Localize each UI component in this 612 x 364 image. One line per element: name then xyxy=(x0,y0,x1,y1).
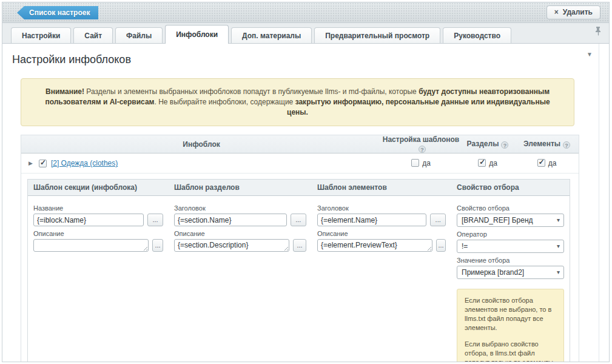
help-icon[interactable]: ? xyxy=(419,146,426,153)
help-icon[interactable]: ? xyxy=(563,141,570,149)
templates-detail-panel: Шаблон секции (инфоблока) Шаблон раздело… xyxy=(27,179,570,362)
filter-value-select[interactable]: Примерка [brand2] ▾ xyxy=(457,266,564,279)
element-preview-template-textarea[interactable]: {=element.PreviewText} xyxy=(317,239,432,252)
filter-property-column: Свойство отбора [BRAND_REF] Бренд ▾ Опер… xyxy=(451,198,570,362)
operator-label: Оператор xyxy=(457,231,564,238)
settings-window: Список настроек ×Удалить Настройки Сайт … xyxy=(2,2,610,362)
table-row-clothes: ▶ ✓ [2] Одежда (clothes) да ✓да ✓да xyxy=(21,153,579,174)
filter-note-box: Если свойство отбора элементов не выбран… xyxy=(457,289,564,362)
delete-button-label: Удалить xyxy=(563,8,593,16)
operator-select[interactable]: != ▾ xyxy=(457,240,564,253)
filter-value-value: Примерка [brand2] xyxy=(462,268,524,277)
tab-dop-materialy[interactable]: Доп. материалы xyxy=(231,27,312,43)
checkmark-icon: ✓ xyxy=(40,158,46,167)
elements-yes-label: да xyxy=(548,159,557,167)
page-title: Настройки инфоблоков xyxy=(12,53,590,66)
filter-property-label: Свойство отбора xyxy=(457,204,564,212)
tab-content-infoblocks: Настройки инфоблоков ▼ Внимание! Разделы… xyxy=(2,44,599,362)
elements-template-column: Заголовок ... Описание {=element.Preview… xyxy=(312,198,451,362)
column-header-templates: Настройка шаблонов? xyxy=(382,135,460,153)
pin-icon[interactable] xyxy=(595,27,602,38)
section-description-more-button[interactable]: ... xyxy=(293,239,306,252)
column-header-iblock: Инфоблок xyxy=(21,140,382,149)
element-name-more-button[interactable]: ... xyxy=(430,214,446,226)
cell-templates-yes: да xyxy=(382,159,460,167)
close-icon: × xyxy=(554,8,559,16)
detail-header-sections-template: Шаблон разделов xyxy=(169,183,312,192)
warning-text-1: Разделы и элементы выбранных инфоблоков … xyxy=(84,87,419,96)
filter-property-select[interactable]: [BRAND_REF] Бренд ▾ xyxy=(457,214,564,227)
elements-checkbox[interactable]: ✓ xyxy=(537,159,545,167)
checkmark-icon: ✓ xyxy=(539,158,545,166)
tab-sayt[interactable]: Сайт xyxy=(73,27,113,43)
tab-strip: Настройки Сайт Файлы Инфоблоки Доп. мате… xyxy=(2,23,609,44)
element-preview-more-button[interactable]: ... xyxy=(436,239,446,252)
sections-yes-label: да xyxy=(489,159,497,167)
section-description-template-textarea[interactable]: {=section.Description} xyxy=(174,239,289,252)
tab-rukovodstvo[interactable]: Руководство xyxy=(443,27,511,43)
detail-header-filter-property: Свойство отбора xyxy=(451,183,570,192)
column-header-elements: Элементы? xyxy=(515,140,579,149)
top-toolbar: Список настроек ×Удалить xyxy=(2,2,609,23)
sections-checkbox[interactable]: ✓ xyxy=(478,159,486,167)
tab-nastroyki[interactable]: Настройки xyxy=(11,27,71,43)
filter-property-value: [BRAND_REF] Бренд xyxy=(462,216,533,224)
section-template-column: Название ... Описание ... xyxy=(28,198,169,362)
warning-bold-2: закрытую информацию, персональные данные… xyxy=(287,98,550,116)
cell-sections-yes: ✓да xyxy=(460,159,515,167)
help-icon[interactable]: ? xyxy=(501,141,508,149)
detail-header-elements-template: Шаблон элементов xyxy=(312,183,451,192)
templates-yes-label: да xyxy=(422,159,431,167)
warning-banner: Внимание! Разделы и элементы выбранных и… xyxy=(21,78,574,126)
iblock-name-template-input[interactable] xyxy=(33,214,144,226)
detail-panel-body: Название ... Описание ... xyxy=(28,196,570,362)
description-field-label: Описание xyxy=(33,230,163,237)
title-field-label: Заголовок xyxy=(317,204,446,212)
title-field-label: Заголовок xyxy=(174,204,306,212)
description-field-label: Описание xyxy=(317,230,446,237)
chevron-down-icon: ▾ xyxy=(557,240,560,252)
tab-infobloki[interactable]: Инфоблоки xyxy=(165,25,229,44)
sections-template-column: Заголовок ... Описание {=section.Descrip… xyxy=(169,198,312,362)
collapse-section-icon[interactable]: ▼ xyxy=(587,51,593,58)
operator-value: != xyxy=(462,242,468,251)
description-template-more-button[interactable]: ... xyxy=(152,239,163,252)
detail-panel-header: Шаблон секции (инфоблока) Шаблон раздело… xyxy=(28,180,570,196)
back-to-settings-list-button[interactable]: Список настроек xyxy=(17,6,98,19)
element-name-template-input[interactable] xyxy=(317,214,426,226)
section-name-more-button[interactable]: ... xyxy=(291,214,306,226)
templates-checkbox[interactable] xyxy=(411,159,419,167)
warning-text-2: . Не выбирайте инфоблоки, содержащие xyxy=(154,98,295,106)
filter-note-paragraph-2: Если выбрано свойство отбора, в llms.txt… xyxy=(465,340,556,362)
tab-fayly[interactable]: Файлы xyxy=(115,27,163,43)
row-checkbox[interactable]: ✓ xyxy=(39,160,47,167)
chevron-down-icon: ▾ xyxy=(557,214,560,226)
filter-note-paragraph-1: Если свойство отбора элементов не выбран… xyxy=(465,296,556,332)
name-template-more-button[interactable]: ... xyxy=(147,214,163,226)
cell-elements-yes: ✓да xyxy=(515,159,579,167)
iblock-table-header: Инфоблок Настройка шаблонов? Разделы? Эл… xyxy=(21,135,579,153)
checkmark-icon: ✓ xyxy=(479,158,485,166)
iblock-link-clothes[interactable]: [2] Одежда (clothes) xyxy=(51,159,118,167)
iblock-description-template-textarea[interactable] xyxy=(33,239,149,252)
warning-attention: Внимание! xyxy=(45,87,84,96)
iblock-table: Инфоблок Настройка шаблонов? Разделы? Эл… xyxy=(21,135,579,362)
column-header-sections: Разделы? xyxy=(460,140,515,149)
section-name-template-input[interactable] xyxy=(174,214,287,226)
delete-button[interactable]: ×Удалить xyxy=(546,5,600,19)
chevron-down-icon: ▾ xyxy=(557,266,560,278)
row-detail-wrapper: Шаблон секции (инфоблока) Шаблон раздело… xyxy=(21,174,579,362)
filter-value-label: Значение отбора xyxy=(457,257,564,264)
description-field-label: Описание xyxy=(174,230,306,237)
expand-row-icon[interactable]: ▶ xyxy=(29,160,33,166)
detail-header-section-template: Шаблон секции (инфоблока) xyxy=(28,183,169,192)
name-field-label: Название xyxy=(33,204,163,212)
tab-predprosmotr[interactable]: Предварительный просмотр xyxy=(314,27,440,43)
